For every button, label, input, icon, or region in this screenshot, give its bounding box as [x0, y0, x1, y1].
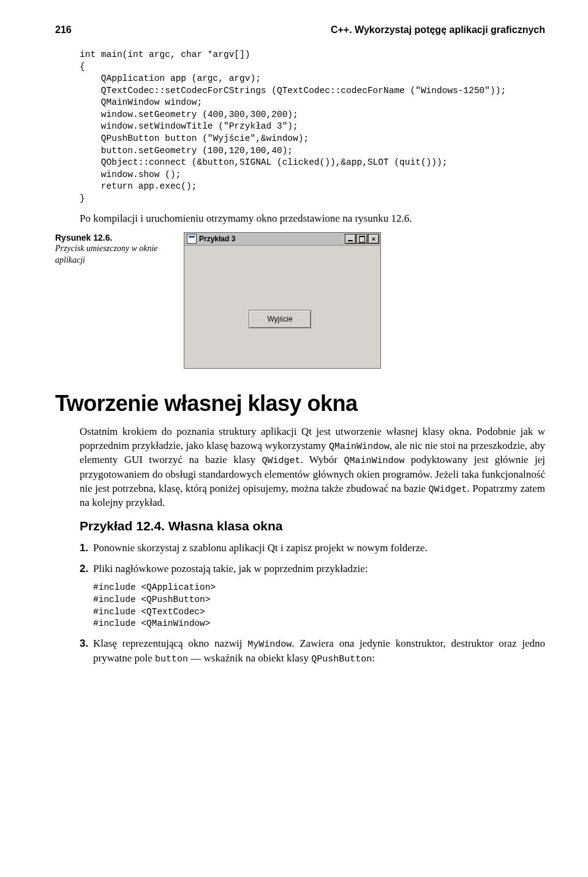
list-item: 2. Pliki nagłówkowe pozostają takie, jak…: [80, 562, 545, 576]
inline-code: QWidget: [429, 484, 467, 495]
window-client-area: Wyjście: [184, 246, 380, 368]
section-heading: Tworzenie własnej klasy okna: [55, 391, 545, 416]
code-listing-main: int main(int argc, char *argv[]) { QAppl…: [80, 49, 545, 205]
maximize-button[interactable]: [356, 234, 368, 244]
para-text: . Wybór: [301, 454, 344, 465]
window-titlebar[interactable]: Przykład 3 ×: [184, 233, 380, 246]
inline-code: QMainWindow: [344, 456, 404, 466]
figure-caption: Rysunek 12.6. Przycisk umieszczony w okn…: [55, 232, 184, 266]
list-item: 1. Ponownie skorzystaj z szablonu aplika…: [80, 541, 545, 555]
close-button[interactable]: ×: [368, 234, 379, 244]
numbered-list: 3. Klasę reprezentującą okno nazwij MyWi…: [80, 636, 545, 666]
app-icon: [187, 234, 197, 244]
subsection-heading: Przykład 12.4. Własna klasa okna: [80, 519, 545, 533]
page-number: 216: [55, 24, 72, 36]
minimize-button[interactable]: [345, 234, 356, 244]
inline-code: QWidget: [262, 456, 300, 466]
window-title: Przykład 3: [199, 235, 342, 243]
list-number: 2.: [80, 562, 93, 576]
list-number: 3.: [80, 636, 93, 666]
running-title: C++. Wykorzystaj potęgę aplikacji grafic…: [331, 24, 545, 36]
section-paragraph: Ostatnim krokiem do poznania struktury a…: [80, 425, 545, 510]
inline-code: QMainWindow: [329, 442, 390, 452]
list-item: 3. Klasę reprezentującą okno nazwij MyWi…: [80, 636, 545, 666]
para-text: :: [372, 652, 375, 664]
list-text: Klasę reprezentującą okno nazwij MyWindo…: [93, 636, 545, 666]
code-listing-includes: #include <QApplication> #include <QPushB…: [93, 582, 545, 630]
list-text: Ponownie skorzystaj z szablonu aplikacji…: [93, 541, 545, 555]
example-window: Przykład 3 × Wyjście: [184, 232, 381, 369]
numbered-list: 1. Ponownie skorzystaj z szablonu aplika…: [80, 541, 545, 576]
inline-code: QPushButton: [311, 654, 372, 664]
exit-button[interactable]: Wyjście: [249, 310, 311, 328]
para-text: Klasę reprezentującą okno nazwij: [93, 638, 247, 649]
list-number: 1.: [80, 541, 93, 555]
inline-code: MyWindow: [247, 639, 292, 650]
inline-code: button: [155, 654, 188, 664]
list-text: Pliki nagłówkowe pozostają takie, jak w …: [93, 562, 545, 576]
figure-label: Rysunek 12.6.: [55, 232, 178, 243]
para-text: — wskaźnik na obiekt klasy: [188, 652, 311, 664]
post-code-text: Po kompilacji i uruchomieniu otrzymamy o…: [80, 212, 545, 226]
figure-description: Przycisk umieszczony w oknie aplikacji: [55, 244, 158, 264]
